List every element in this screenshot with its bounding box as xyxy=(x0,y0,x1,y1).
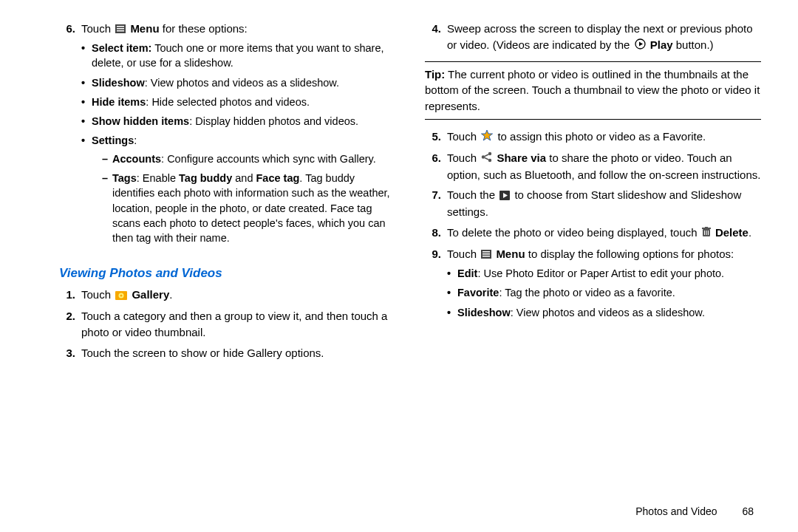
menu-icon xyxy=(115,21,126,38)
step6-bullets: Select item: Touch one or more items tha… xyxy=(81,41,395,246)
step-number: 7. xyxy=(425,187,441,220)
svg-rect-24 xyxy=(482,251,490,253)
step-body: To delete the photo or video being displ… xyxy=(447,225,761,242)
step-number: 1. xyxy=(59,287,75,304)
svg-rect-20 xyxy=(704,231,705,235)
step-body: Touch the screen to show or hide Gallery… xyxy=(81,345,395,361)
right-main-list-a: 4. Sweep across the screen to display th… xyxy=(425,21,761,54)
text: Touch xyxy=(81,22,114,35)
step-number: 8. xyxy=(425,225,441,242)
footer-section: Photos and Video xyxy=(635,505,717,517)
svg-rect-26 xyxy=(482,256,490,257)
rstep-6: 6. Touch Share via to share the photo or… xyxy=(425,150,761,183)
menu-icon xyxy=(481,247,491,263)
bullet-slideshow: Slideshow: View photos and videos as a s… xyxy=(447,305,761,320)
svg-point-11 xyxy=(482,155,485,158)
step9-bullets: Edit: Use Photo Editor or Paper Artist t… xyxy=(447,266,761,320)
right-main-list-b: 5. Touch to assign this photo or video a… xyxy=(425,129,761,324)
left-column: 6. Touch Menu for these options: Select … xyxy=(59,21,395,488)
right-column: 4. Sweep across the screen to display th… xyxy=(425,21,761,488)
share-icon xyxy=(481,151,492,167)
bullet-slideshow: Slideshow: View photos and videos as a s… xyxy=(81,75,395,90)
tip-box: Tip: The current photo or video is outli… xyxy=(425,61,761,120)
svg-line-13 xyxy=(485,154,488,157)
step-number: 6. xyxy=(425,150,441,183)
step-number: 3. xyxy=(59,345,75,361)
rstep-4: 4. Sweep across the screen to display th… xyxy=(425,21,761,54)
section-heading: Viewing Photos and Videos xyxy=(59,266,395,281)
rstep-8: 8. To delete the photo or video being di… xyxy=(425,225,761,242)
rstep-7: 7. Touch the to choose from Start slides… xyxy=(425,187,761,220)
step-number: 5. xyxy=(425,129,441,146)
svg-rect-3 xyxy=(117,30,124,32)
svg-point-12 xyxy=(488,159,491,162)
bullet-show-hidden: Show hidden items: Display hidden photos… xyxy=(81,114,395,129)
vstep-1: 1. Touch Gallery. xyxy=(59,287,395,304)
trash-icon xyxy=(702,225,711,242)
step-body: Touch Share via to share the photo or vi… xyxy=(447,150,761,183)
step-6: 6. Touch Menu for these options: Select … xyxy=(59,21,395,250)
vstep-2: 2. Touch a category and then a group to … xyxy=(59,308,395,341)
svg-rect-22 xyxy=(708,231,709,235)
bullet-hide-items: Hide items: Hide selected photos and vid… xyxy=(81,95,395,109)
tip-label: Tip: xyxy=(425,68,445,81)
step-number: 4. xyxy=(425,21,441,54)
slideshow-play-icon xyxy=(499,188,510,205)
svg-rect-1 xyxy=(117,26,124,27)
svg-marker-9 xyxy=(482,130,493,140)
page-footer: Photos and Video 68 xyxy=(635,505,754,517)
step-body: Touch a category and then a group to vie… xyxy=(81,308,395,341)
settings-sublist: Accounts: Configure accounts which sync … xyxy=(92,151,395,246)
manual-page: 6. Touch Menu for these options: Select … xyxy=(0,0,798,502)
dash-tags: Tags: Enable Tag buddy and Face tag. Tag… xyxy=(102,171,395,245)
bullet-settings: Settings: Accounts: Configure accounts w… xyxy=(81,133,395,245)
svg-point-6 xyxy=(120,294,123,296)
step-body: Touch Menu to display the following opti… xyxy=(447,246,761,324)
rstep-9: 9. Touch Menu to display the following o… xyxy=(425,246,761,324)
rstep-5: 5. Touch to assign this photo or video a… xyxy=(425,129,761,146)
svg-rect-2 xyxy=(117,28,124,30)
vstep-3: 3. Touch the screen to show or hide Gall… xyxy=(59,345,395,361)
step-number: 9. xyxy=(425,246,441,324)
left-main-list: 6. Touch Menu for these options: Select … xyxy=(59,21,395,250)
step-body: Sweep across the screen to display the n… xyxy=(447,21,761,54)
svg-marker-8 xyxy=(639,41,643,46)
svg-rect-25 xyxy=(482,253,490,255)
dash-accounts: Accounts: Configure accounts which sync … xyxy=(102,151,395,166)
play-icon xyxy=(635,38,646,54)
menu-label: Menu xyxy=(130,22,159,35)
step-body: Touch the to choose from Start slideshow… xyxy=(447,187,761,220)
text: for these options: xyxy=(163,22,248,35)
tip-text: The current photo or video is outlined i… xyxy=(425,68,760,113)
bullet-edit: Edit: Use Photo Editor or Paper Artist t… xyxy=(447,266,761,281)
footer-page-number: 68 xyxy=(742,505,754,517)
step-number: 6. xyxy=(59,21,75,250)
star-icon xyxy=(481,129,493,146)
step-body: Touch to assign this photo or video as a… xyxy=(447,129,761,146)
gallery-icon xyxy=(115,288,127,304)
viewing-list: 1. Touch Gallery. 2. Touch a category an… xyxy=(59,287,395,361)
svg-rect-19 xyxy=(705,227,708,228)
svg-point-10 xyxy=(488,152,491,155)
step-body: Touch Gallery. xyxy=(81,287,395,304)
step-number: 2. xyxy=(59,308,75,341)
svg-line-14 xyxy=(485,157,488,160)
bullet-select-item: Select item: Touch one or more items tha… xyxy=(81,41,395,71)
step-body: Touch Menu for these options: Select ite… xyxy=(81,21,395,250)
svg-rect-21 xyxy=(706,231,706,235)
bullet-favorite: Favorite: Tag the photo or video as a fa… xyxy=(447,285,761,300)
